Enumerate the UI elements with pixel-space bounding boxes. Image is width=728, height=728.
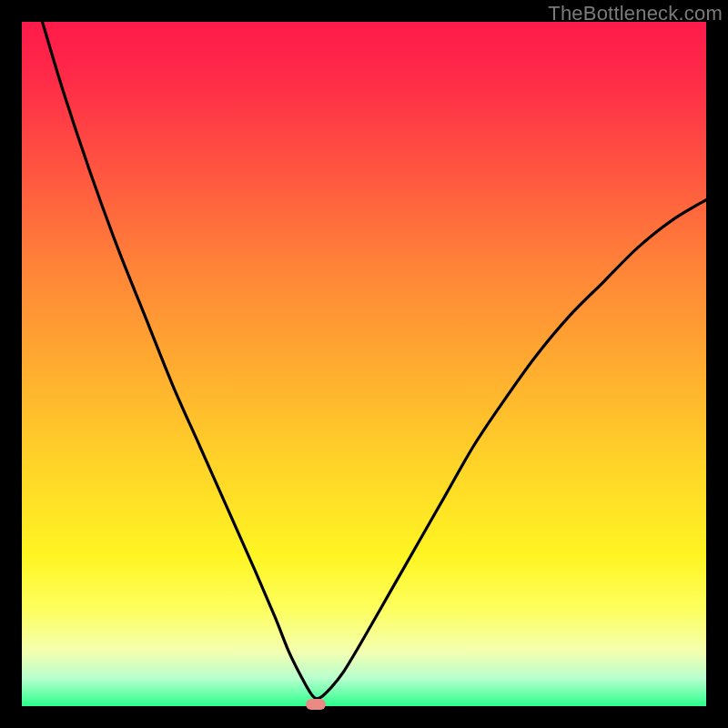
plot-gradient-background bbox=[22, 22, 706, 706]
watermark-text: TheBottleneck.com bbox=[548, 2, 723, 25]
chart-frame: TheBottleneck.com bbox=[0, 0, 728, 728]
optimum-marker bbox=[306, 699, 326, 710]
